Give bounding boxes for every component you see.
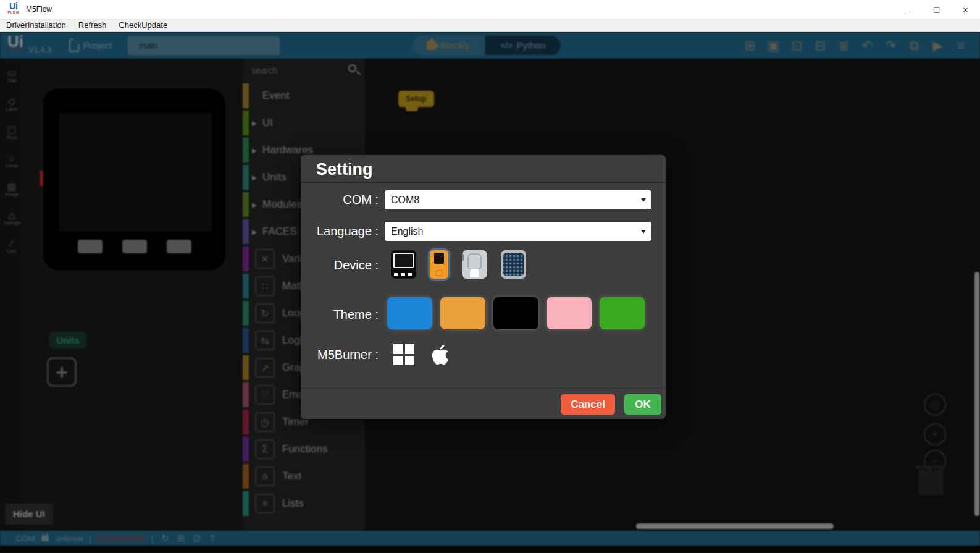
image-tool-icon: ▨: [7, 181, 16, 192]
undo-icon[interactable]: ↶: [860, 38, 875, 53]
tab-python[interactable]: </> Python: [485, 36, 561, 55]
theme-swatches: [387, 297, 645, 329]
tool-image[interactable]: ▨ Image: [0, 181, 23, 209]
close-button[interactable]: ×: [951, 0, 980, 19]
category-label: Functions: [282, 443, 328, 455]
category-color-bar: [243, 491, 249, 516]
theme-swatch-orange[interactable]: [440, 297, 485, 329]
tool-line[interactable]: ∕ Line: [0, 238, 23, 266]
cancel-button[interactable]: Cancel: [561, 394, 615, 415]
circle-tool-icon: ○: [9, 153, 14, 163]
category-color-bar: [243, 464, 249, 489]
redo-icon[interactable]: ↷: [883, 38, 898, 53]
toolbox-category-functions[interactable]: Σ Functions: [243, 436, 364, 463]
center-view-icon[interactable]: ◎: [924, 394, 946, 416]
tool-label: Triangle: [3, 220, 21, 226]
upload-icon[interactable]: ⇧: [209, 533, 217, 544]
device-power-button: [40, 171, 43, 186]
doc-icon[interactable]: ⊡: [193, 533, 201, 544]
category-color-bar: [243, 301, 249, 326]
windows-icon[interactable]: [393, 344, 414, 365]
menu-driver-installation[interactable]: DriverInstallation: [0, 20, 72, 30]
menu-check-update[interactable]: CheckUpdate: [112, 20, 174, 30]
theme-row: Theme :: [301, 297, 666, 332]
comment-icon[interactable]: ⊡: [789, 38, 805, 53]
com-field-label: COM :: [301, 190, 379, 209]
tool-title[interactable]: ▭ Title: [0, 67, 23, 96]
tool-label[interactable]: ◇ Label: [0, 96, 23, 124]
hide-ui-button[interactable]: Hide UI: [5, 504, 53, 525]
project-name-input[interactable]: main: [128, 36, 280, 55]
zoom-in-icon[interactable]: +: [924, 423, 946, 445]
timer-icon: ◷: [255, 412, 275, 432]
setup-block[interactable]: Setup: [398, 91, 434, 107]
theme-swatch-pink[interactable]: [547, 297, 592, 329]
minimize-button[interactable]: –: [893, 0, 922, 19]
device-option-m5stickv[interactable]: [462, 250, 487, 279]
statusbar: COM unknow [ Disconnected ] ↻ ⊞ ⊡ ⇧: [0, 531, 980, 546]
refresh-icon[interactable]: ↻: [161, 533, 169, 544]
m5burner-field-label: M5Burner :: [301, 342, 379, 367]
run-icon[interactable]: ▶: [930, 38, 945, 53]
toolbox-category-text[interactable]: a Text: [243, 463, 364, 490]
maximize-button[interactable]: □: [922, 0, 951, 19]
tool-circle[interactable]: ○ Circle: [0, 153, 23, 181]
device-option-atom-matrix[interactable]: [501, 250, 526, 279]
menu-refresh[interactable]: Refresh: [72, 20, 113, 30]
tool-rect[interactable]: ▢ Rect: [0, 124, 23, 153]
label-tool-icon: ◇: [8, 96, 15, 106]
title-tool-icon: ▭: [7, 67, 16, 78]
bracket: ]: [151, 534, 154, 543]
menu-icon[interactable]: ≡: [953, 38, 969, 53]
tool-label: Line: [7, 248, 16, 254]
grid-icon[interactable]: ⊞: [177, 533, 185, 544]
stick-screen: [434, 253, 444, 264]
apple-icon[interactable]: [430, 343, 450, 366]
line-tool-icon: ∕: [11, 238, 13, 248]
com-select[interactable]: COM8: [385, 190, 651, 209]
tool-triangle[interactable]: △ Triangle: [0, 209, 23, 238]
toolbox-category-lists[interactable]: ≡ Lists: [243, 490, 364, 517]
trash-icon[interactable]: [918, 470, 943, 495]
variables-icon: ✕: [255, 249, 275, 269]
vertical-scrollbar[interactable]: [974, 272, 979, 516]
theme-swatch-blue[interactable]: [387, 297, 432, 329]
app-logo-subtext: FLOW: [6, 9, 21, 15]
units-chip: Units: [49, 332, 86, 348]
language-select[interactable]: English: [385, 222, 651, 241]
toolbox-category-event[interactable]: Event: [243, 82, 364, 109]
theme-swatch-green[interactable]: [600, 297, 645, 329]
archive-icon[interactable]: ⊟: [813, 38, 828, 53]
device-option-m5stickc[interactable]: [430, 250, 448, 279]
add-unit-button[interactable]: +: [47, 357, 77, 387]
project-label: Project: [83, 40, 112, 51]
device-option-m5stack-core[interactable]: [391, 250, 416, 279]
m5burner-options: [393, 342, 450, 367]
chevron-right-icon: ▶: [252, 147, 259, 154]
toolbox-category-ui[interactable]: ▶ UI: [243, 109, 364, 137]
toolbox-search: [246, 61, 360, 82]
category-color-bar: [243, 247, 249, 271]
device-preview-panel: Units +: [23, 59, 243, 531]
horizontal-scrollbar[interactable]: [636, 523, 834, 529]
chevron-right-icon: ▶: [252, 229, 259, 235]
category-label: Event: [262, 90, 289, 102]
save-icon[interactable]: ▣: [766, 38, 781, 53]
category-color-bar: [243, 274, 249, 298]
list-icon[interactable]: ≣: [836, 38, 852, 53]
ok-button[interactable]: OK: [624, 394, 661, 415]
tab-blockly[interactable]: Blockly: [413, 36, 484, 55]
category-color-bar: [243, 83, 249, 108]
new-file-icon[interactable]: ⊞: [742, 38, 758, 53]
theme-swatch-black[interactable]: [493, 297, 538, 329]
capture-icon[interactable]: ⧉: [907, 38, 922, 53]
category-color-bar: [243, 355, 249, 380]
device-screen[interactable]: [59, 113, 212, 232]
connection-status: Disconnected: [97, 534, 146, 543]
category-color-bar: [243, 111, 249, 135]
tool-label: Circle: [6, 163, 18, 169]
search-input[interactable]: [246, 61, 360, 80]
device-row: Device :: [301, 249, 666, 281]
uiflow-logo-subtext: FLOW: [7, 46, 23, 54]
category-color-bar: [243, 437, 249, 462]
